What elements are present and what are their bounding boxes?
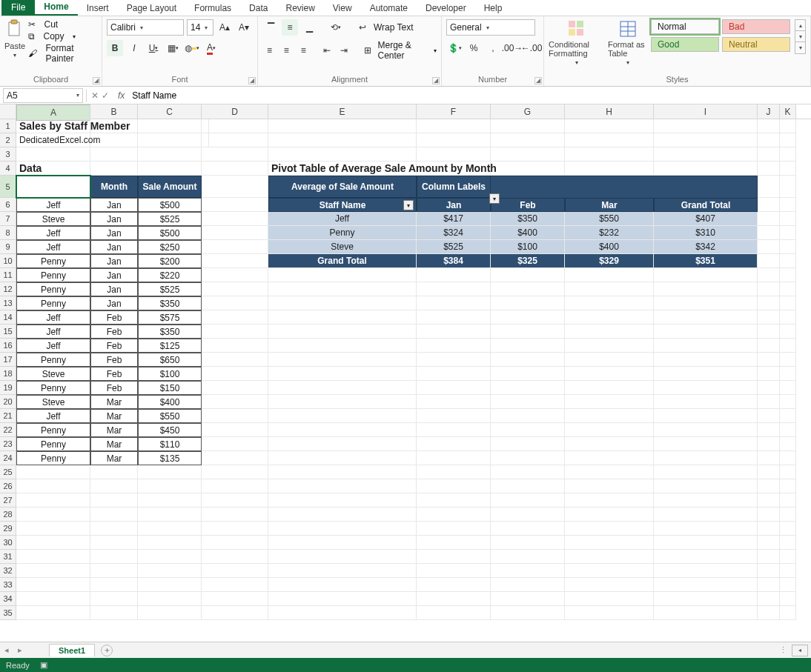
cell[interactable]: $500	[138, 226, 202, 240]
font-color-button[interactable]: A▾	[203, 40, 219, 56]
cell[interactable]	[565, 310, 654, 325]
italic-button[interactable]: I	[126, 40, 142, 56]
cell[interactable]	[16, 536, 90, 550]
row-header[interactable]: 25	[0, 465, 16, 479]
cell[interactable]	[491, 479, 565, 493]
align-center-button[interactable]: ≡	[279, 42, 294, 59]
formula-input[interactable]	[129, 88, 811, 103]
cell[interactable]	[202, 395, 268, 409]
cell[interactable]	[758, 176, 780, 198]
cell[interactable]	[417, 367, 491, 381]
cell[interactable]: Penny	[16, 254, 90, 268]
cell[interactable]	[654, 437, 758, 451]
cell[interactable]: Jan	[90, 212, 138, 226]
cell[interactable]	[268, 451, 417, 465]
wrap-text-button[interactable]: ↩	[354, 19, 371, 36]
cell[interactable]	[780, 409, 796, 423]
cell[interactable]	[202, 381, 268, 395]
cell[interactable]	[202, 268, 268, 282]
cell[interactable]	[202, 133, 268, 147]
pivot-column-filter[interactable]: ▾	[489, 193, 500, 204]
cell[interactable]	[780, 367, 796, 381]
cell[interactable]	[417, 325, 491, 339]
tab-data[interactable]: Data	[240, 1, 277, 16]
cell[interactable]	[780, 437, 796, 451]
column-header[interactable]: F	[417, 104, 491, 119]
cell[interactable]	[268, 282, 417, 296]
align-top-button[interactable]: ▔	[262, 19, 279, 36]
cell[interactable]	[202, 479, 268, 493]
cell[interactable]: Penny	[16, 451, 90, 465]
cell[interactable]	[268, 353, 417, 367]
cell[interactable]: Feb	[491, 198, 565, 212]
column-header[interactable]: A	[16, 104, 90, 121]
cell[interactable]: $329	[565, 254, 654, 268]
cell[interactable]	[268, 508, 417, 522]
cell[interactable]: $150	[138, 381, 202, 395]
cell[interactable]	[565, 147, 654, 162]
sheet-nav-next[interactable]: ▸	[13, 645, 27, 655]
cell[interactable]	[202, 162, 268, 176]
cell[interactable]	[654, 147, 758, 162]
cell[interactable]	[202, 578, 268, 592]
cell[interactable]	[758, 493, 780, 508]
cell[interactable]	[90, 536, 138, 550]
cell[interactable]	[565, 550, 654, 564]
cell[interactable]	[491, 367, 565, 381]
cell[interactable]	[654, 268, 758, 282]
cell[interactable]: $100	[138, 367, 202, 381]
cell[interactable]	[565, 564, 654, 578]
cell[interactable]	[202, 409, 268, 423]
paste-button[interactable]: Paste▾	[4, 19, 25, 59]
cell[interactable]	[138, 550, 202, 564]
cell[interactable]	[780, 212, 796, 226]
cell[interactable]: Feb	[90, 367, 138, 381]
row-header[interactable]: 22	[0, 423, 16, 437]
cell[interactable]	[654, 367, 758, 381]
percent-button[interactable]: %	[466, 40, 482, 56]
cell[interactable]	[138, 536, 202, 550]
tab-developer[interactable]: Developer	[417, 1, 475, 16]
cell[interactable]	[780, 451, 796, 465]
cell[interactable]	[565, 451, 654, 465]
cell[interactable]	[202, 310, 268, 325]
cell[interactable]	[90, 564, 138, 578]
cell[interactable]	[268, 437, 417, 451]
cell[interactable]	[758, 198, 780, 212]
cell[interactable]	[780, 578, 796, 592]
cell[interactable]	[202, 240, 268, 254]
cell[interactable]	[16, 550, 90, 564]
cell[interactable]	[16, 508, 90, 522]
cell[interactable]	[268, 310, 417, 325]
cell[interactable]	[780, 282, 796, 296]
cell[interactable]	[268, 133, 417, 147]
cell[interactable]	[202, 325, 268, 339]
column-header[interactable]: B	[90, 104, 138, 119]
row-header[interactable]: 11	[0, 268, 16, 282]
align-right-button[interactable]: ≡	[297, 42, 311, 59]
cell[interactable]: Steve	[16, 395, 90, 409]
cell[interactable]	[417, 536, 491, 550]
cell[interactable]	[654, 493, 758, 508]
cell[interactable]: Jeff	[16, 240, 90, 254]
worksheet-grid[interactable]: ABCDEFGHIJK 1234567891011121314151617181…	[0, 104, 811, 642]
cell[interactable]: $407	[654, 212, 758, 226]
cell[interactable]	[758, 296, 780, 310]
cell[interactable]: $350	[138, 296, 202, 310]
row-header[interactable]: 4	[0, 162, 16, 176]
cell[interactable]	[417, 339, 491, 353]
cell[interactable]: Jeff	[16, 226, 90, 240]
cell[interactable]	[202, 282, 268, 296]
underline-button[interactable]: U▾	[145, 40, 162, 56]
cell[interactable]	[268, 479, 417, 493]
row-header[interactable]: 9	[0, 240, 16, 254]
cell[interactable]	[138, 606, 202, 620]
cell[interactable]	[780, 536, 796, 550]
cell[interactable]	[654, 423, 758, 437]
tab-page-layout[interactable]: Page Layout	[118, 1, 185, 16]
cell[interactable]	[780, 564, 796, 578]
cell[interactable]	[417, 564, 491, 578]
cell[interactable]	[90, 592, 138, 606]
cell[interactable]	[138, 162, 202, 176]
cell[interactable]	[565, 578, 654, 592]
